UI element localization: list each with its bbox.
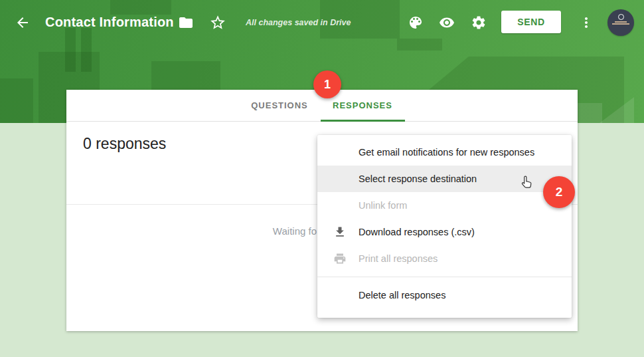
menu-item-label: Unlink form bbox=[359, 200, 407, 211]
responses-count: 0 responses bbox=[83, 135, 166, 153]
avatar-logo-text bbox=[612, 23, 629, 25]
menu-item-label: Print all responses bbox=[359, 253, 438, 264]
google-forms-screen: Contact Information All changes saved in… bbox=[0, 0, 644, 357]
tab-responses[interactable]: RESPONSES bbox=[333, 90, 392, 122]
palette-icon bbox=[408, 15, 424, 31]
account-avatar[interactable] bbox=[607, 9, 634, 36]
responses-overflow-menu: Get email notifications for new response… bbox=[317, 135, 572, 318]
step-badge-1: 1 bbox=[313, 70, 341, 98]
step-badge-2: 2 bbox=[543, 176, 575, 208]
hand-pointer-cursor bbox=[519, 174, 534, 191]
folder-icon bbox=[178, 15, 194, 31]
menu-item-download-responses[interactable]: Download responses (.csv) bbox=[317, 219, 572, 245]
vertical-dots-icon bbox=[578, 15, 594, 31]
preview-button[interactable] bbox=[439, 15, 455, 31]
download-icon bbox=[333, 225, 347, 239]
move-to-folder-button[interactable] bbox=[178, 15, 194, 31]
menu-item-email-notifications[interactable]: Get email notifications for new response… bbox=[317, 139, 572, 166]
header-pattern bbox=[397, 39, 442, 51]
arrow-left-icon bbox=[15, 15, 31, 31]
form-title: Contact Information bbox=[45, 15, 174, 30]
back-button[interactable] bbox=[15, 15, 31, 31]
send-button[interactable]: SEND bbox=[501, 11, 561, 33]
eye-icon bbox=[439, 15, 455, 31]
avatar-logo-mark bbox=[618, 14, 624, 20]
tab-questions[interactable]: QUESTIONS bbox=[251, 90, 308, 122]
menu-divider bbox=[317, 277, 572, 277]
header-pattern bbox=[0, 78, 33, 123]
more-options-button[interactable] bbox=[578, 15, 594, 31]
gear-icon bbox=[471, 15, 487, 31]
header-pattern bbox=[65, 28, 76, 72]
avatar-logo-text bbox=[615, 21, 627, 23]
star-outline-icon bbox=[209, 14, 226, 31]
active-tab-underline bbox=[321, 120, 405, 122]
menu-item-print-all-responses: Print all responses bbox=[317, 245, 572, 272]
menu-item-label: Select response destination bbox=[359, 174, 477, 184]
settings-button[interactable] bbox=[471, 15, 487, 31]
menu-item-label: Download responses (.csv) bbox=[359, 227, 475, 237]
header-pattern bbox=[110, 0, 171, 15]
star-button[interactable] bbox=[209, 14, 226, 31]
menu-item-label: Delete all responses bbox=[359, 290, 445, 300]
save-status-text: All changes saved in Drive bbox=[246, 18, 351, 27]
theme-button[interactable] bbox=[408, 15, 424, 31]
header-pattern bbox=[81, 28, 92, 72]
menu-item-label: Get email notifications for new response… bbox=[359, 147, 534, 158]
menu-item-delete-all-responses[interactable]: Delete all responses bbox=[317, 282, 572, 308]
menu-item-unlink-form: Unlink form bbox=[317, 192, 572, 219]
print-icon bbox=[333, 252, 347, 265]
waiting-for-responses-text: Waiting fo bbox=[244, 225, 317, 237]
